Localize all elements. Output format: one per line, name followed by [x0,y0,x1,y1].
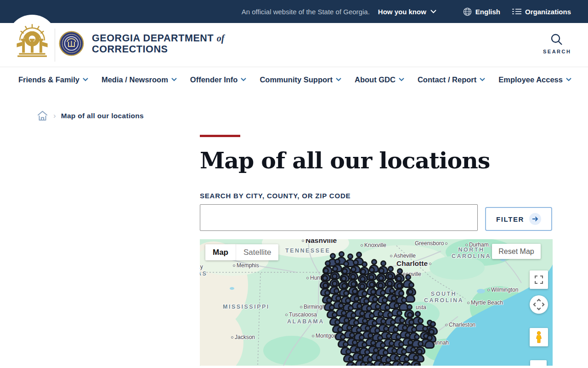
georgia-arch-logo[interactable] [7,15,57,64]
breadcrumb-separator: › [53,111,56,121]
chevron-down-icon [336,78,341,81]
search-icon [550,33,563,46]
map-label: NORTH CAROLINA [452,247,491,259]
home-link[interactable] [37,110,48,121]
filter-button[interactable]: FILTER [485,207,552,231]
utility-bar: An official website of the State of Geor… [0,0,588,23]
map-label: ay [200,264,203,270]
site-header: GEORGIA DEPARTMENT of CORRECTIONS SEARCH [0,23,588,67]
map-label: Nashville [302,239,337,245]
chevron-down-icon [430,10,436,13]
breadcrumb-current: Map of all our locations [61,112,144,120]
map-search-input[interactable] [200,204,478,231]
nav-offender-info[interactable]: Offender Info [190,75,247,84]
header-divider [55,29,55,62]
map-label: Wilmington [487,287,518,293]
main-content: Map of all our locations SEARCH BY CITY,… [200,135,553,366]
map-label: Memphis [233,262,259,269]
chevron-down-icon [480,78,485,81]
globe-icon [463,7,472,16]
arch-icon [13,20,51,59]
location-marker[interactable] [411,362,424,366]
organizations-link[interactable]: Organizations [512,8,571,16]
map-label: SOUTH CAROLINA [424,291,464,304]
map-label: ALABAMA [287,318,324,325]
map-label: Asheville [390,253,416,259]
map-label: Jackson [231,334,255,340]
fullscreen-icon [535,276,543,284]
breadcrumb: › Map of all our locations [37,110,588,121]
page-title: Map of all our locations [200,149,553,172]
chevron-down-icon [399,78,404,81]
chevron-down-icon [83,78,88,81]
street-view-pegman[interactable] [530,328,548,346]
nav-media-newsroom[interactable]: Media / Newsroom [102,75,177,84]
language-selector[interactable]: English [463,7,500,16]
chevron-down-icon [171,78,177,81]
satellite-view-button[interactable]: Satellite [236,244,278,260]
locations-map[interactable]: NashvilleKnoxvilleTENNESSEEGreensboroDur… [200,239,553,366]
agency-title[interactable]: GEORGIA DEPARTMENT of CORRECTIONS [92,33,224,55]
search-row: FILTER [200,204,553,231]
map-label: Tuscaloosa [285,311,317,318]
arrow-right-icon [529,213,541,225]
main-navigation: Friends & Family Media / Newsroom Offend… [0,67,588,92]
map-label: Charleston [445,322,475,328]
map-label: TENNESSEE [285,247,330,254]
chevron-down-icon [566,78,571,81]
reset-map-button[interactable]: Reset Map [492,244,541,259]
map-label: AS [200,270,207,277]
map-label: MISSISSIPPI [223,304,270,310]
nav-community-support[interactable]: Community Support [260,75,341,84]
list-icon [512,8,521,15]
pegman-icon [535,331,543,343]
map-view-button[interactable]: Map [205,244,236,260]
nav-employee-access[interactable]: Employee Access [498,75,571,84]
map-search-label: SEARCH BY CITY, COUNTY, OR ZIP CODE [200,192,553,200]
accent-bar [200,135,240,137]
zoom-control[interactable] [530,360,547,366]
how-you-know-button[interactable]: How you know [378,8,436,16]
fullscreen-button[interactable] [530,270,548,289]
nav-friends-family[interactable]: Friends & Family [18,75,88,84]
map-type-control: Map Satellite [205,244,278,260]
home-icon [37,110,48,121]
gdc-seal [59,31,84,58]
map-label: Myrtle Beach [467,299,503,306]
search-button[interactable]: SEARCH [543,33,570,54]
pan-icon [533,299,545,310]
nav-about-gdc[interactable]: About GDC [355,75,404,84]
map-label: Knoxville [361,242,386,248]
chevron-down-icon [241,78,246,81]
map-label: Greensboro [415,240,447,247]
nav-contact-report[interactable]: Contact / Report [418,75,485,84]
official-website-text: An official website of the State of Geor… [242,8,370,16]
map-label: Charlotte [396,259,431,268]
